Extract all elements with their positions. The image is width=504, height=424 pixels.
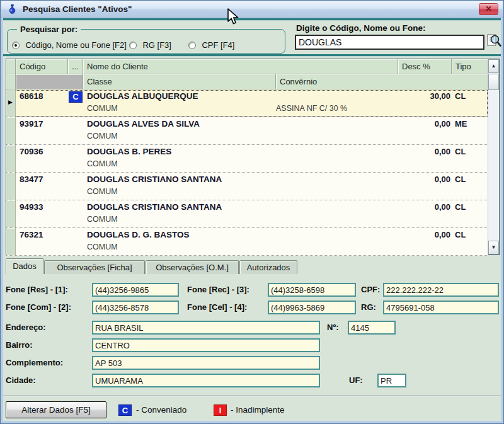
fone-rec-label: Fone [Rec] - [3]: xyxy=(187,285,249,294)
table-row[interactable]: 93917 DOUGLAS ALVES DA SILVA 0,00 ME COM… xyxy=(6,117,488,145)
column-header-gutter xyxy=(6,59,16,74)
tab-dados[interactable]: Dados xyxy=(6,258,43,274)
column-header-nome[interactable]: Nome do Cliente xyxy=(83,59,398,74)
conveniado-legend-badge: C xyxy=(118,404,132,416)
scrollbar-down-button[interactable]: ▼ xyxy=(488,241,499,255)
row-codigo: 68618 xyxy=(20,91,43,101)
rg-field[interactable] xyxy=(383,301,499,314)
cidade-field[interactable] xyxy=(92,374,320,387)
radio-label: CPF [F4] xyxy=(202,40,234,50)
radio-dot-icon[interactable] xyxy=(129,42,137,49)
radio-dot-icon[interactable] xyxy=(12,42,20,49)
table-row[interactable]: 83477 DOUGLAS CRISTIANO SANTANA 0,00 CL … xyxy=(6,173,488,200)
uf-field[interactable] xyxy=(377,374,406,387)
table-row[interactable]: 70936 DOUGLAS B. PERES 0,00 CL COMUM xyxy=(6,145,488,173)
row-gutter xyxy=(6,200,16,227)
clients-grid: Código ... Nome do Cliente Desc % Tipo C… xyxy=(6,59,500,255)
search-group-label: Pesquisar por: xyxy=(17,25,81,34)
column-header-dots[interactable]: ... xyxy=(68,59,83,74)
table-row[interactable]: 94933 DOUGLAS CRISTIANO SANTANA 0,00 CL … xyxy=(6,200,488,228)
table-row[interactable]: 76321 DOUGLAS D. G. BASTOS 0,00 CL COMUM xyxy=(6,228,488,256)
inadimplente-legend-badge: I xyxy=(214,404,227,416)
row-nome: DOUGLAS B. PERES xyxy=(87,147,171,156)
subheader-classe[interactable]: Classe xyxy=(83,74,276,89)
subheader-gutter xyxy=(6,74,16,89)
radio-cpf[interactable]: CPF [F4] xyxy=(188,39,234,48)
radio-dot-icon[interactable] xyxy=(188,42,196,49)
separator xyxy=(3,54,501,56)
tab-autorizados[interactable]: Autorizados xyxy=(239,260,297,274)
cidade-label: Cidade: xyxy=(6,375,36,385)
row-tipo: CL xyxy=(455,230,466,239)
tab-strip: Dados Observações [Ficha] Observações [O… xyxy=(6,258,500,274)
fone-rec-field[interactable] xyxy=(268,283,356,297)
row-tipo: CL xyxy=(455,147,466,156)
row-desc: 0,00 xyxy=(346,202,450,212)
scrollbar-up-button[interactable]: ▲ xyxy=(488,59,499,73)
column-header-desc[interactable]: Desc % xyxy=(398,59,452,74)
close-button[interactable]: ✕ xyxy=(479,3,498,15)
row-desc: 0,00 xyxy=(346,147,450,156)
row-gutter xyxy=(6,228,16,255)
fone-res-label: Fone [Res] - [1]: xyxy=(6,285,68,294)
row-codigo: 70936 xyxy=(20,147,43,156)
complemento-label: Complemento: xyxy=(6,358,63,367)
rg-label: RG: xyxy=(361,302,376,312)
row-codigo: 76321 xyxy=(20,230,43,239)
subheader-blank xyxy=(16,74,83,89)
row-gutter: ▶ xyxy=(6,89,16,117)
row-nome: DOUGLAS CRISTIANO SANTANA xyxy=(87,175,222,184)
conveniado-badge: C xyxy=(69,91,83,103)
chevron-down-icon: ▼ xyxy=(491,244,496,250)
fone-com-field[interactable] xyxy=(92,301,179,314)
row-nome: DOUGLAS CRISTIANO SANTANA xyxy=(87,202,222,212)
scrollbar-thumb[interactable] xyxy=(488,74,499,90)
row-classe: COMUM xyxy=(87,159,118,168)
chevron-up-icon: ▲ xyxy=(491,63,496,69)
conveniado-legend-label: - Conveniado xyxy=(136,405,186,415)
search-input[interactable] xyxy=(295,35,484,50)
row-classe: COMUM xyxy=(87,243,118,251)
row-desc: 0,00 xyxy=(346,175,450,184)
alterar-dados-button[interactable]: Alterar Dados [F5] xyxy=(6,401,106,418)
complemento-field[interactable] xyxy=(92,356,320,370)
radio-label: RG [F3] xyxy=(142,40,171,50)
row-tipo: ME xyxy=(455,119,467,129)
bairro-field[interactable] xyxy=(92,338,320,352)
row-tipo: CL xyxy=(455,91,466,101)
table-row[interactable]: ▶ 68618 C DOUGLAS ALBUQUERQUE 30,00 CL C… xyxy=(6,89,488,117)
radio-rg[interactable]: RG [F3] xyxy=(129,39,171,48)
column-header-tipo[interactable]: Tipo xyxy=(452,59,488,74)
radio-codigo-nome-fone[interactable]: Código, Nome ou Fone [F2] xyxy=(12,39,127,48)
row-convenio: ASSINA NF C/ 30 % xyxy=(276,104,347,113)
vertical-scrollbar[interactable]: ▲ ▼ xyxy=(488,59,499,255)
uf-label: UF: xyxy=(349,375,363,385)
inadimplente-legend-label: - Inadimplente xyxy=(231,405,285,415)
row-codigo: 93917 xyxy=(20,119,43,129)
tab-observacoes-om[interactable]: Observações [O.M.] xyxy=(146,260,239,274)
row-codigo: 94933 xyxy=(20,202,43,212)
column-header-codigo[interactable]: Código xyxy=(16,59,68,74)
subheader-convenio[interactable]: Convêrnio xyxy=(276,74,488,89)
fone-cel-field[interactable] xyxy=(268,301,356,314)
endereco-field[interactable] xyxy=(92,321,320,335)
cpf-field[interactable] xyxy=(383,283,499,297)
selected-row-pointer-icon: ▶ xyxy=(8,99,13,105)
bairro-label: Bairro: xyxy=(6,340,33,350)
title-bar[interactable]: Pesquisa Clientes "Ativos" ✕ xyxy=(1,1,503,18)
endereco-label: Endereço: xyxy=(6,323,46,332)
fone-res-field[interactable] xyxy=(92,283,179,297)
row-gutter xyxy=(6,117,16,144)
grid-rows: ▶ 68618 C DOUGLAS ALBUQUERQUE 30,00 CL C… xyxy=(6,89,488,256)
radio-label: Código, Nome ou Fone [F2] xyxy=(25,40,126,50)
flask-icon xyxy=(7,4,18,15)
footer-separator xyxy=(3,396,501,397)
numero-field[interactable] xyxy=(348,321,396,335)
row-classe: COMUM xyxy=(87,215,118,224)
row-gutter xyxy=(6,145,16,172)
numero-label: Nº: xyxy=(327,323,338,332)
search-button[interactable] xyxy=(486,32,502,50)
tab-observacoes-ficha[interactable]: Observações [Ficha] xyxy=(44,260,145,274)
fone-cel-label: Fone [Cel] - [4]: xyxy=(187,302,247,312)
row-tipo: CL xyxy=(455,202,466,212)
